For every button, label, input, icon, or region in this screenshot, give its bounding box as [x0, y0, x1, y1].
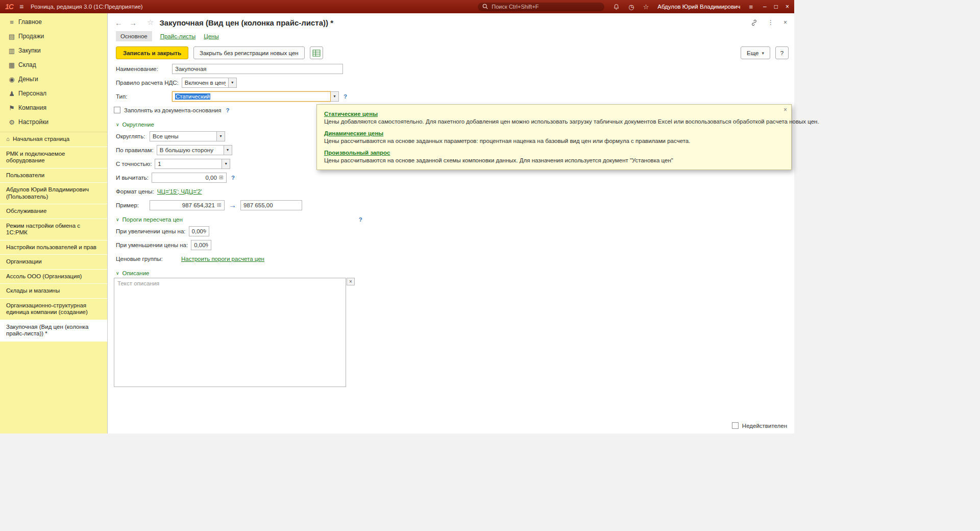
calculator-icon[interactable]: ⊞	[219, 174, 224, 181]
nav-item-stores[interactable]: Склады и магазины	[0, 284, 107, 299]
precision-select[interactable]: 1	[155, 159, 222, 169]
gear-icon: ⚙	[5, 118, 18, 126]
back-button[interactable]: ←	[115, 18, 122, 27]
precision-label: С точностью:	[116, 161, 155, 167]
price-format-label: Формат цены:	[116, 188, 157, 195]
sidebar-item-zakupki[interactable]: ▥ Закупки	[0, 43, 107, 58]
document-header-actions: ⋮ ×	[750, 19, 787, 27]
fill-from-doc-label: Заполнять из документа-основания	[124, 107, 222, 113]
main-menu-icon[interactable]: ≡	[19, 3, 23, 11]
description-clear-icon[interactable]: ×	[347, 278, 355, 285]
sidebar-item-kompaniya[interactable]: ⚑ Компания	[0, 101, 107, 115]
section-chevron-icon: ∨	[116, 271, 119, 276]
nav-item-current-user[interactable]: Абдулов Юрий Владимирович (Пользователь)	[0, 183, 107, 204]
type-help-icon[interactable]: ?	[344, 93, 347, 100]
nav-item-home[interactable]: ⌂Начальная страница	[0, 132, 107, 147]
service-menu-icon[interactable]: ≡	[749, 3, 753, 11]
decrease-input[interactable]: 0,00%	[191, 240, 211, 250]
search-placeholder: Поиск Ctrl+Shift+F	[492, 4, 538, 10]
example-result-input[interactable]: 987 655,00	[240, 200, 302, 210]
price-groups-link[interactable]: Настроить пороги расчета цен	[181, 256, 264, 262]
nav-item-org-unit[interactable]: Организационно-структурная единица компа…	[0, 299, 107, 320]
sidebar-item-label: Главное	[18, 18, 42, 26]
home-icon: ⌂	[6, 136, 10, 142]
subtract-help-icon[interactable]: ?	[231, 175, 235, 181]
fill-from-doc-help-icon[interactable]: ?	[226, 107, 230, 113]
rule-select[interactable]: В большую сторону	[157, 145, 224, 155]
popup-close-icon[interactable]: ×	[783, 106, 787, 113]
favorite-star-icon[interactable]: ☆	[147, 18, 154, 27]
subtract-input[interactable]: 0,00 ⊞	[152, 173, 227, 183]
sidebar-item-nastroyki[interactable]: ⚙ Настройки	[0, 115, 107, 129]
calculator-icon[interactable]: ⊞	[217, 202, 222, 208]
minimize-button[interactable]: –	[763, 3, 767, 10]
close-without-registration-button[interactable]: Закрыть без регистрации новых цен	[193, 46, 305, 59]
vat-rule-select[interactable]: Включен в цену	[182, 78, 229, 88]
round-value: Все цены	[153, 133, 214, 139]
nav-item-service[interactable]: Обслуживание	[0, 204, 107, 219]
type-input[interactable]: Статический	[172, 91, 331, 102]
nav-item-zakupochnaya-current[interactable]: Закупочная (Вид цен (колонка прайс-листа…	[0, 320, 107, 342]
section-description[interactable]: ∨ Описание	[116, 270, 794, 276]
section-thresholds[interactable]: ∨ Пороги пересчета цен ?	[116, 216, 794, 223]
subtract-label: И вычитать:	[116, 175, 152, 181]
get-link-icon[interactable]	[750, 19, 758, 27]
close-window-button[interactable]: ×	[786, 3, 789, 10]
name-label: Наименование:	[116, 66, 172, 72]
nav-item-organizations[interactable]: Организации	[0, 255, 107, 270]
price-format-link[interactable]: ЧЦ='15'; ЧДЦ='2'	[157, 188, 202, 195]
name-input[interactable]: Закупочная	[172, 64, 343, 74]
static-prices-link[interactable]: Статические цены	[324, 111, 378, 117]
close-form-button[interactable]: ×	[783, 19, 787, 26]
sidebar-nav-list: ⌂Начальная страница РМК и подключаемое о…	[0, 132, 107, 342]
recalculate-arrow-icon[interactable]: →	[229, 201, 236, 209]
tab-prices[interactable]: Цены	[204, 33, 219, 39]
type-dropdown-icon[interactable]: ▾	[331, 91, 339, 102]
thresholds-help-icon[interactable]: ?	[359, 216, 362, 223]
example-source-input[interactable]: 987 654,321 ⊞	[150, 200, 225, 210]
field-row-name: Наименование: Закупочная	[116, 62, 794, 76]
warehouse-icon: ▦	[5, 61, 18, 69]
help-button[interactable]: ?	[775, 46, 789, 59]
price-list-report-button[interactable]	[310, 46, 323, 59]
description-textarea[interactable]	[114, 278, 346, 387]
user-menu[interactable]: Абдулов Юрий Владимирович	[657, 4, 740, 10]
forward-button[interactable]: →	[129, 18, 137, 27]
static-prices-desc: Цены добавляются самостоятельно. Для пак…	[324, 118, 784, 125]
name-value: Закупочная	[175, 66, 340, 72]
example-label: Пример:	[116, 202, 150, 208]
nav-item-rmk-exchange[interactable]: Режим настройки обмена с 1С:РМК	[0, 219, 107, 240]
nav-item-user-rights[interactable]: Настройки пользователей и прав	[0, 240, 107, 255]
sidebar-item-prodazhi[interactable]: ▤ Продажи	[0, 29, 107, 43]
sidebar-item-personal[interactable]: ♟ Персонал	[0, 86, 107, 101]
sales-icon: ▤	[5, 33, 18, 40]
round-dropdown-icon[interactable]: ▾	[217, 131, 225, 141]
global-search-input[interactable]: Поиск Ctrl+Shift+F	[478, 3, 604, 11]
more-button[interactable]: Еще ▾	[741, 46, 770, 59]
vat-dropdown-icon[interactable]: ▾	[229, 78, 237, 88]
notifications-bell-icon[interactable]	[613, 4, 620, 10]
save-and-close-button[interactable]: Записать и закрыть	[116, 46, 188, 59]
custom-query-link[interactable]: Произвольный запрос	[324, 150, 390, 156]
nav-item-assol[interactable]: Ассоль ООО (Организация)	[0, 270, 107, 284]
more-actions-icon[interactable]: ⋮	[768, 19, 774, 26]
fill-from-doc-checkbox[interactable]	[114, 107, 120, 113]
sidebar-item-glavnoe[interactable]: ≡ Главное	[0, 15, 107, 29]
sidebar-item-sklad[interactable]: ▦ Склад	[0, 58, 107, 72]
history-icon[interactable]: ◷	[628, 3, 634, 11]
tab-osnovnoe[interactable]: Основное	[116, 31, 152, 41]
maximize-button[interactable]: □	[774, 3, 778, 10]
section-thresholds-label: Пороги пересчета цен	[122, 216, 183, 223]
precision-dropdown-icon[interactable]: ▾	[222, 159, 230, 169]
sidebar-item-dengi[interactable]: ◉ Деньги	[0, 72, 107, 86]
dynamic-prices-link[interactable]: Динамические цены	[324, 130, 383, 136]
nav-item-users[interactable]: Пользователи	[0, 168, 107, 183]
favorites-icon[interactable]: ☆	[643, 3, 649, 11]
increase-input[interactable]: 0,00%	[189, 226, 209, 236]
rule-dropdown-icon[interactable]: ▾	[224, 145, 232, 155]
tab-price-lists[interactable]: Прайс-листы	[160, 33, 195, 39]
nav-item-rmk[interactable]: РМК и подключаемое оборудование	[0, 147, 107, 168]
subtract-value: 0,00	[155, 175, 217, 181]
round-select[interactable]: Все цены	[150, 131, 217, 141]
invalid-checkbox[interactable]	[732, 422, 739, 429]
